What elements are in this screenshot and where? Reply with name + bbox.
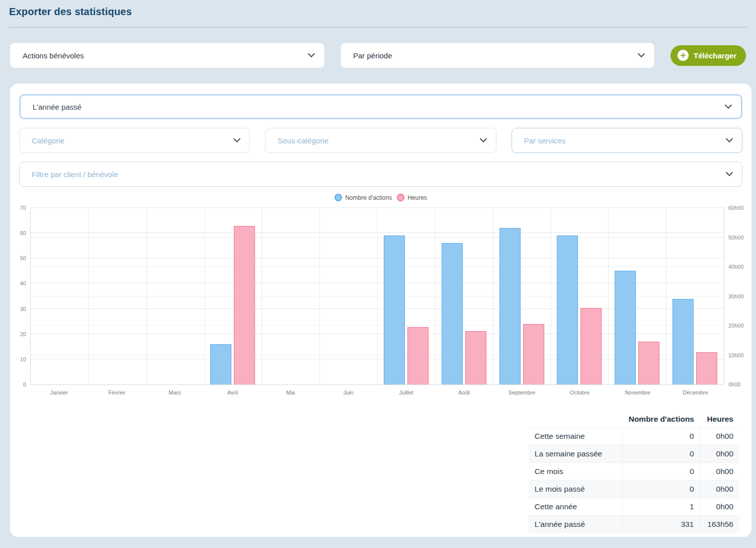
- category-select[interactable]: Catégorie: [19, 128, 250, 153]
- legend-color-dot: [334, 194, 342, 201]
- subcategory-select[interactable]: Sous-catégorie: [265, 128, 496, 153]
- bar-nombre-actions: [442, 243, 463, 384]
- download-button[interactable]: + Télécharger: [670, 45, 746, 66]
- x-axis-month-label: Avril: [227, 389, 238, 396]
- chart-category-cell: [262, 208, 319, 384]
- x-axis-month-label: Mai: [286, 389, 295, 396]
- bar-nombre-actions: [673, 299, 694, 384]
- toolbar: Actions bénévoles Par période + Téléchar…: [10, 43, 746, 68]
- y-axis-right-tick: 10h00: [728, 352, 744, 358]
- x-axis-month-label: Janvier: [50, 389, 68, 396]
- period-select[interactable]: L'année passé: [19, 94, 742, 119]
- chart-category-cell: [435, 208, 493, 384]
- chevron-down-icon: [480, 135, 487, 142]
- y-axis-left-tick: 20: [20, 331, 26, 337]
- summary-header-empty: [529, 412, 623, 428]
- chart-category-cell: [146, 208, 204, 384]
- summary-table-row: Le mois passé00h00: [529, 481, 739, 498]
- summary-row-actions-value: 331: [623, 516, 700, 533]
- bar-nombre-actions: [615, 271, 636, 384]
- chevron-down-icon: [638, 50, 645, 57]
- subcategory-placeholder: Sous-catégorie: [278, 136, 328, 145]
- summary-header-actions: Nombre d'actions: [623, 412, 700, 428]
- chart-category-cell: [89, 208, 146, 384]
- summary-table-row: La semaine passée00h00: [529, 445, 739, 463]
- bar-nombre-actions: [384, 236, 405, 384]
- y-axis-left-tick: 10: [20, 356, 26, 362]
- summary-table-row: Ce mois00h00: [529, 463, 739, 481]
- bar-heures: [696, 352, 717, 384]
- y-axis-right-tick: 0h00: [728, 381, 740, 387]
- plus-icon: +: [678, 50, 689, 61]
- download-button-label: Télécharger: [694, 51, 736, 60]
- chevron-down-icon: [233, 135, 240, 142]
- y-axis-left-tick: 40: [20, 280, 26, 286]
- mode-select[interactable]: Par période: [341, 43, 654, 68]
- chart-category-cell: [31, 208, 89, 384]
- bar-heures: [465, 331, 486, 384]
- summary-row-heures-value: 0h00: [700, 481, 739, 498]
- bar-nombre-actions: [499, 228, 521, 384]
- category-placeholder: Catégorie: [32, 136, 64, 145]
- chevron-down-icon: [725, 102, 732, 109]
- summary-row-heures-value: 0h00: [700, 463, 739, 481]
- bar-chart: Nombre d'actionsHeures 0102030405060700h…: [19, 194, 742, 398]
- y-axis-right-tick: 30h00: [728, 293, 744, 299]
- summary-row-actions-value: 0: [623, 428, 700, 445]
- bar-heures: [407, 327, 429, 384]
- bar-heures: [523, 324, 544, 385]
- legend-label: Heures: [407, 194, 427, 201]
- chart-category-cell: [493, 208, 551, 384]
- summary-row-actions-value: 0: [623, 445, 700, 463]
- page-title: Exporter des statistiques: [0, 0, 756, 18]
- x-axis-month-label: Octobre: [570, 389, 590, 396]
- summary-table-row: Cette année10h00: [529, 498, 739, 516]
- chart-x-axis-labels: JanvierFévrierMarsAvrilMaiJuinJuilletAoû…: [30, 385, 724, 398]
- legend-label: Nombre d'actions: [345, 194, 392, 201]
- export-statistics-page: Exporter des statistiques Actions bénévo…: [0, 0, 756, 537]
- bar-heures: [234, 226, 255, 384]
- client-filter-select[interactable]: Filtre par client / bénévole: [19, 162, 742, 187]
- legend-color-dot: [397, 194, 404, 201]
- client-filter-placeholder: Filtre par client / bénévole: [32, 170, 118, 179]
- summary-row-actions-value: 1: [623, 498, 700, 516]
- summary-table-wrap: Nombre d'actions Heures Cette semaine00h…: [19, 412, 739, 533]
- summary-row-heures-value: 0h00: [700, 445, 739, 463]
- summary-row-actions-value: 0: [623, 481, 700, 498]
- x-axis-month-label: Décembre: [683, 389, 708, 396]
- legend-item: Nombre d'actions: [334, 194, 392, 201]
- summary-row-heures-value: 0h00: [700, 498, 739, 516]
- bar-nombre-actions: [557, 236, 578, 384]
- x-axis-month-label: Février: [108, 389, 125, 396]
- chevron-down-icon: [726, 135, 733, 142]
- chart-category-cell: [204, 208, 262, 384]
- bar-heures: [638, 342, 659, 384]
- y-axis-right-tick: 60h00: [728, 205, 744, 211]
- services-placeholder: Par services: [524, 136, 566, 145]
- summary-row-label: Cette semaine: [529, 428, 623, 445]
- filters-and-chart-panel: L'année passé Catégorie Sous-catégorie P…: [10, 84, 751, 537]
- summary-row-actions-value: 0: [623, 463, 700, 481]
- mode-select-value: Par période: [353, 51, 392, 60]
- bar-heures: [580, 308, 602, 384]
- chart-category-cell: [319, 208, 377, 384]
- y-axis-left-tick: 50: [20, 255, 26, 261]
- x-axis-month-label: Novembre: [625, 389, 650, 396]
- chart-category-cell: [608, 208, 666, 384]
- dataset-select-value: Actions bénévoles: [23, 51, 84, 60]
- summary-table-row: L'année passé331163h56: [529, 516, 739, 533]
- x-axis-month-label: Septembre: [509, 389, 536, 396]
- y-axis-right-tick: 50h00: [728, 234, 744, 241]
- summary-row-label: Cette année: [529, 498, 623, 516]
- services-select[interactable]: Par services: [512, 128, 742, 153]
- y-axis-left-tick: 60: [20, 230, 26, 236]
- x-axis-month-label: Juin: [343, 389, 353, 396]
- y-axis-left-tick: 30: [20, 306, 26, 312]
- summary-row-label: L'année passé: [529, 516, 623, 533]
- period-select-value: L'année passé: [33, 103, 81, 111]
- summary-row-label: Ce mois: [529, 463, 623, 481]
- dataset-select[interactable]: Actions bénévoles: [10, 43, 324, 68]
- summary-header-heures: Heures: [700, 412, 739, 428]
- title-divider: [9, 27, 747, 28]
- y-axis-right-tick: 20h00: [728, 323, 744, 329]
